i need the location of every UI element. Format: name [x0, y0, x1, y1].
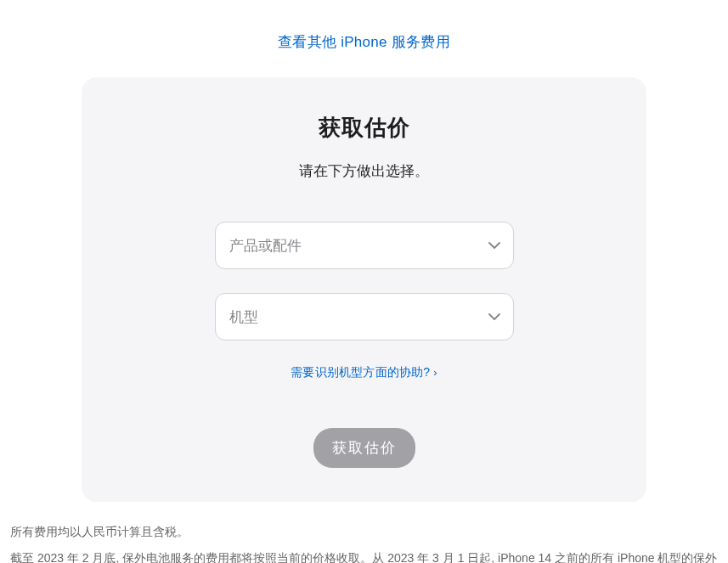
chevron-right-icon: ›: [433, 366, 437, 379]
card-title: 获取估价: [116, 113, 612, 143]
model-select[interactable]: 机型: [215, 293, 514, 341]
other-services-link[interactable]: 查看其他 iPhone 服务费用: [278, 34, 450, 50]
footer-notes: 所有费用均以人民币计算且含税。 截至 2023 年 2 月底, 保外电池服务的费…: [0, 502, 728, 563]
product-select-wrap: 产品或配件: [215, 222, 514, 269]
estimate-card: 获取估价 请在下方做出选择。 产品或配件 机型 需要识别机型方面的协助?› 获取…: [82, 77, 646, 502]
help-link-text: 需要识别机型方面的协助?: [291, 365, 430, 379]
top-link-container: 查看其他 iPhone 服务费用: [0, 0, 728, 77]
get-estimate-button[interactable]: 获取估价: [313, 428, 415, 468]
footer-text-before: 截至 2023 年 2 月底, 保外电池服务的费用都将按照当前的价格收取。从 2…: [10, 551, 717, 563]
footer-line-2: 截至 2023 年 2 月底, 保外电池服务的费用都将按照当前的价格收取。从 2…: [10, 545, 718, 563]
footer-line-1: 所有费用均以人民币计算且含税。: [10, 519, 718, 545]
identify-model-help-link[interactable]: 需要识别机型方面的协助?›: [291, 365, 437, 379]
product-select[interactable]: 产品或配件: [215, 222, 514, 269]
card-subtitle: 请在下方做出选择。: [116, 161, 612, 181]
model-select-wrap: 机型: [215, 293, 514, 341]
